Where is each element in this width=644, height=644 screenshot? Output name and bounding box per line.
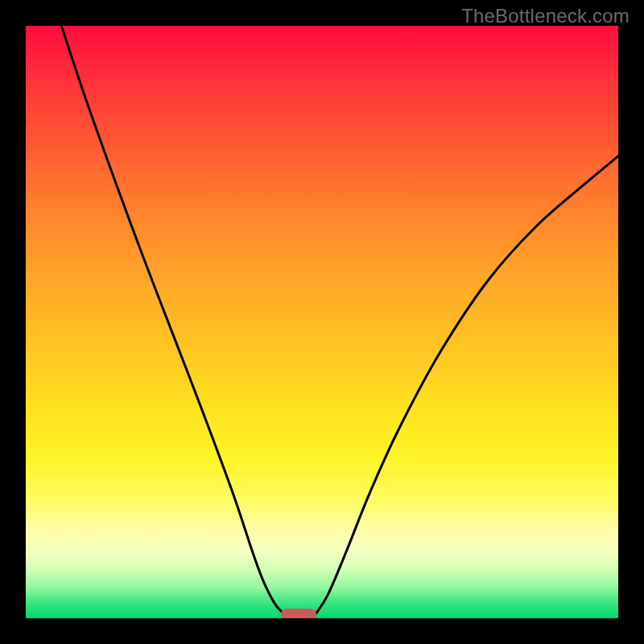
- right-curve: [316, 156, 618, 613]
- curves-layer: [26, 26, 618, 618]
- optimal-point-marker: [281, 609, 316, 618]
- plot-area: [26, 26, 618, 618]
- left-curve: [61, 26, 283, 613]
- watermark-text: TheBottleneck.com: [461, 5, 630, 27]
- chart-frame: TheBottleneck.com: [0, 0, 644, 644]
